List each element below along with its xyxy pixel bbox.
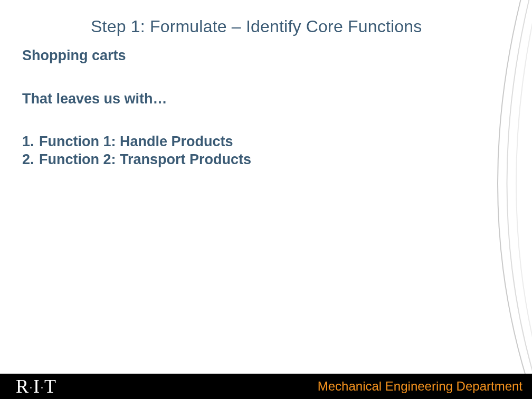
list-item: 2. Function 2: Transport Products [22, 151, 251, 169]
list-item-text: Function 1: Handle Products [39, 133, 233, 151]
slide-lead-text: That leaves us with… [22, 91, 167, 107]
slide-subtitle: Shopping carts [22, 48, 126, 64]
footer-bar: R·I·T Mechanical Engineering Department [0, 374, 532, 399]
slide-title: Step 1: Formulate – Identify Core Functi… [91, 17, 422, 36]
corner-curve-decoration [448, 0, 532, 399]
list-item-number: 2. [22, 151, 39, 169]
logo-letter-i: I [33, 376, 40, 397]
logo-dot-icon: · [29, 382, 33, 394]
logo-dot-icon: · [40, 382, 44, 394]
list-item-number: 1. [22, 133, 39, 151]
list-item: 1. Function 1: Handle Products [22, 133, 251, 151]
department-label: Mechanical Engineering Department [318, 379, 522, 394]
logo-letter-r: R [16, 376, 29, 397]
function-list: 1. Function 1: Handle Products 2. Functi… [22, 133, 251, 169]
slide: Step 1: Formulate – Identify Core Functi… [0, 0, 532, 399]
logo-letter-t: T [44, 376, 56, 397]
list-item-text: Function 2: Transport Products [39, 151, 251, 169]
rit-logo: R·I·T [16, 375, 56, 397]
